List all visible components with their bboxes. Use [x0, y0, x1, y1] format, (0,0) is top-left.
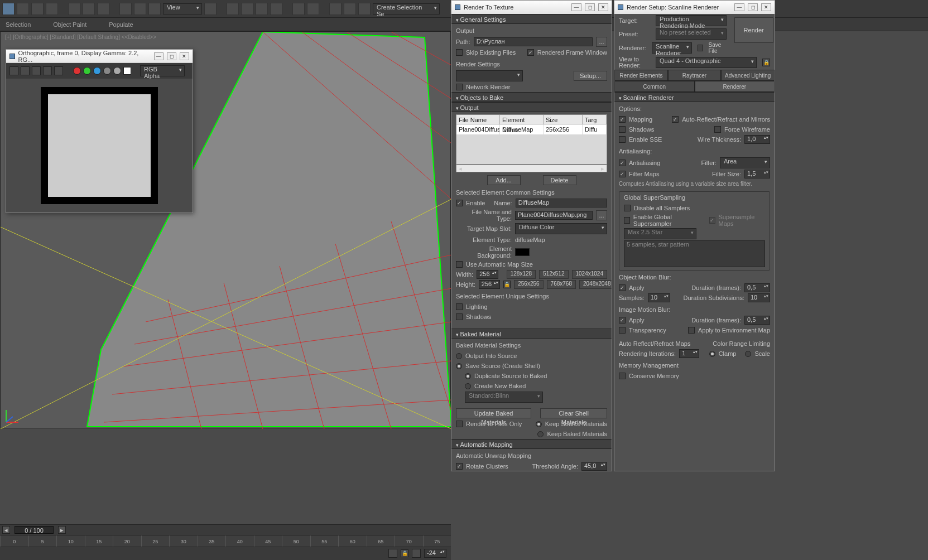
shadows-check[interactable]: [456, 313, 463, 320]
tab-renderelements[interactable]: Render Elements: [614, 70, 668, 81]
forcewire-check[interactable]: [714, 126, 721, 133]
gss-dropdown[interactable]: Max 2.5 Star: [624, 228, 696, 239]
update-baked-button[interactable]: Update Baked Materials: [456, 408, 531, 418]
render-preset-dropdown[interactable]: [456, 70, 523, 81]
size-1024[interactable]: 1024x1024: [572, 270, 608, 279]
rendered-fw-check[interactable]: [527, 49, 534, 56]
wirethick-spinner[interactable]: 1,0: [744, 135, 770, 144]
delete-button[interactable]: Delete: [543, 175, 576, 185]
clamp-radio[interactable]: [709, 351, 715, 357]
size-512[interactable]: 512x512: [539, 270, 568, 279]
ri-spinner[interactable]: 1: [679, 349, 699, 358]
lock-icon[interactable]: 🔒: [401, 549, 408, 557]
element-name-input[interactable]: DiffuseMap: [516, 199, 607, 207]
rollout-baked[interactable]: Baked Material: [451, 329, 612, 339]
width-spinner[interactable]: 256: [477, 270, 498, 279]
target-dropdown[interactable]: Production Rendering Mode: [656, 15, 727, 26]
clear-shell-button[interactable]: Clear Shell Materials: [540, 408, 607, 418]
trans-check[interactable]: [619, 327, 626, 334]
tool-btn[interactable]: [31, 3, 44, 15]
clone-icon[interactable]: [32, 66, 41, 75]
mono-channel[interactable]: [113, 67, 121, 75]
tool-btn[interactable]: [227, 3, 239, 15]
print-icon[interactable]: [43, 66, 52, 75]
browse-button[interactable]: ...: [596, 37, 607, 47]
rollout-scanline[interactable]: Scanline Renderer: [614, 92, 775, 102]
green-channel[interactable]: [83, 67, 91, 75]
rs-titlebar[interactable]: Render Setup: Scanline Renderer — ◻ ✕: [614, 1, 775, 14]
setup-button[interactable]: Setup...: [574, 71, 607, 81]
framewin-canvas[interactable]: [6, 79, 193, 213]
tool-btn[interactable]: [17, 3, 29, 15]
close-button[interactable]: ✕: [180, 52, 189, 60]
lock-icon[interactable]: 🔒: [762, 59, 770, 66]
scroll-right[interactable]: ▸: [58, 526, 66, 534]
framewin-titlebar[interactable]: Orthographic, frame 0, Display Gamma: 2.…: [6, 50, 193, 63]
th-element[interactable]: Element Name: [500, 115, 544, 124]
renderer-dropdown[interactable]: Scanline Renderer: [652, 42, 692, 54]
mapping-check[interactable]: [619, 116, 626, 123]
size-768[interactable]: 768x768: [547, 280, 576, 289]
lock-icon[interactable]: 🔒: [503, 281, 511, 288]
th-filename[interactable]: File Name: [456, 115, 500, 124]
rtt-titlebar[interactable]: Render To Texture — ◻ ✕: [451, 1, 612, 14]
kbm-radio[interactable]: [537, 431, 544, 437]
clear-icon[interactable]: [54, 66, 63, 75]
copy-icon[interactable]: [21, 66, 30, 75]
tool-btn[interactable]: [134, 3, 146, 15]
dsb-radio[interactable]: [465, 373, 471, 379]
ssc-radio[interactable]: [456, 363, 462, 369]
arrm-check[interactable]: [672, 116, 679, 123]
statusbar-icon[interactable]: [412, 549, 421, 558]
subdiv-spinner[interactable]: 10: [748, 293, 770, 302]
swatch-white[interactable]: [123, 67, 131, 75]
tool-btn[interactable]: [83, 3, 95, 15]
save-icon[interactable]: [9, 66, 18, 75]
alpha-channel[interactable]: [103, 67, 111, 75]
size-2048[interactable]: 2048x2048: [579, 280, 612, 289]
tool-btn[interactable]: [241, 3, 253, 15]
scale-radio[interactable]: [745, 351, 751, 357]
tool-btn[interactable]: [344, 3, 356, 15]
ois-radio[interactable]: [456, 353, 462, 359]
maximize-button[interactable]: ◻: [585, 3, 595, 11]
tool-btn[interactable]: [329, 3, 342, 15]
imb-apply-check[interactable]: [619, 317, 626, 324]
rollout-objects[interactable]: Objects to Bake: [451, 92, 612, 102]
network-render-check[interactable]: [456, 84, 463, 90]
ribbon-tab-populate[interactable]: Populate: [109, 21, 133, 28]
tool-btn[interactable]: [270, 3, 282, 15]
ksm-radio[interactable]: [536, 421, 542, 427]
das-check[interactable]: [624, 205, 631, 211]
minimize-button[interactable]: —: [154, 52, 164, 60]
use-auto-size-check[interactable]: [456, 261, 463, 268]
close-button[interactable]: ✕: [761, 3, 771, 11]
skip-existing-check[interactable]: [456, 49, 463, 56]
rollout-general[interactable]: General Settings: [451, 14, 612, 24]
conserve-check[interactable]: [619, 373, 626, 379]
atem-check[interactable]: [688, 327, 695, 334]
refsys-dropdown[interactable]: View: [163, 3, 202, 15]
rotate-clusters-check[interactable]: [456, 463, 463, 470]
maximize-button[interactable]: ◻: [167, 52, 176, 60]
tool-btn[interactable]: [307, 3, 319, 15]
rollout-automapping[interactable]: Automatic Mapping: [451, 439, 612, 449]
enable-check[interactable]: [456, 200, 463, 206]
status-spinner[interactable]: -24: [424, 549, 446, 558]
omb-apply-check[interactable]: [619, 284, 626, 291]
tool-btn[interactable]: [256, 3, 268, 15]
minimize-button[interactable]: —: [571, 3, 581, 11]
samples-spinner[interactable]: 10: [648, 293, 670, 302]
height-spinner[interactable]: 256: [479, 280, 500, 289]
path-input[interactable]: D:\Руслан: [474, 37, 593, 46]
ribbon-tab-objectpaint[interactable]: Object Paint: [53, 21, 86, 28]
size-128[interactable]: 128x128: [507, 270, 536, 279]
threshold-spinner[interactable]: 45,0: [581, 462, 607, 471]
th-size[interactable]: Size: [544, 115, 583, 124]
cnb-radio[interactable]: [465, 383, 471, 389]
minimize-button[interactable]: —: [734, 3, 744, 11]
tab-common[interactable]: Common: [614, 81, 695, 92]
tool-btn[interactable]: [119, 3, 132, 15]
shadows-check[interactable]: [619, 126, 626, 133]
tool-btn[interactable]: [46, 3, 58, 15]
